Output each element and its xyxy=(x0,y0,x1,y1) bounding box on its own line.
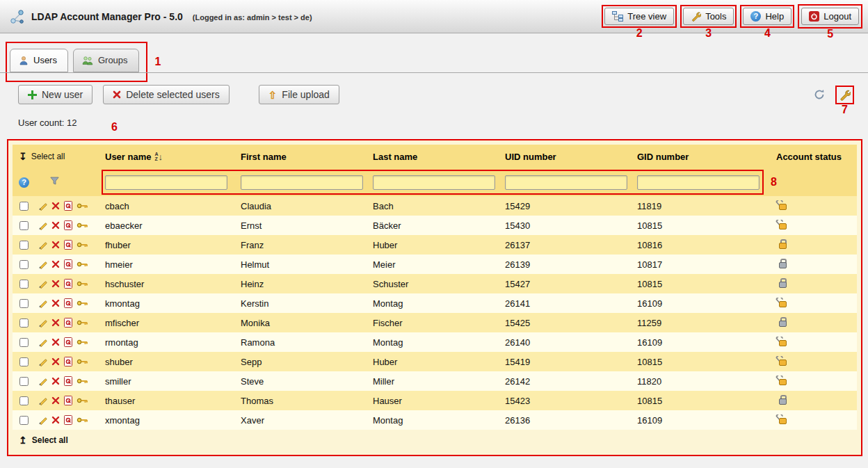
select-all-top[interactable]: ↧ Select all xyxy=(13,151,103,162)
edit-icon[interactable] xyxy=(38,416,47,425)
edit-icon[interactable] xyxy=(38,357,47,366)
edit-icon[interactable] xyxy=(38,318,47,328)
row-checkbox[interactable] xyxy=(19,280,29,289)
account-status-icon xyxy=(778,200,787,210)
key-icon[interactable] xyxy=(77,358,88,365)
key-icon[interactable] xyxy=(77,280,88,287)
pdf-icon[interactable] xyxy=(64,201,72,211)
delete-icon[interactable] xyxy=(51,318,60,327)
sort-arrow-icon: ↓ xyxy=(159,152,163,161)
key-icon[interactable] xyxy=(77,261,88,268)
logout-button[interactable]: Logout xyxy=(801,8,859,25)
delete-icon[interactable] xyxy=(51,280,60,288)
cell-lastname: Meier xyxy=(371,259,503,270)
filter-funnel-icon[interactable] xyxy=(50,177,59,186)
cell-username: rmontag xyxy=(103,337,239,348)
file-upload-label: File upload xyxy=(282,89,330,100)
delete-selected-users-button[interactable]: Delete selected users xyxy=(103,85,230,104)
row-checkbox[interactable] xyxy=(19,221,29,230)
filter-help-icon[interactable]: ? xyxy=(19,177,29,188)
settings-wrench-icon[interactable] xyxy=(839,89,851,101)
annotation-box-2: Tree view 2 xyxy=(602,5,677,28)
pdf-icon[interactable] xyxy=(64,259,72,269)
delete-icon[interactable] xyxy=(51,202,60,210)
filter-uid-input[interactable] xyxy=(505,175,627,190)
key-icon[interactable] xyxy=(77,339,88,346)
delete-icon[interactable] xyxy=(51,357,60,366)
account-status-icon xyxy=(778,298,787,307)
row-checkbox[interactable] xyxy=(19,241,29,250)
edit-icon[interactable] xyxy=(38,241,47,250)
cell-gid: 10815 xyxy=(635,357,774,367)
pdf-icon[interactable] xyxy=(64,240,72,250)
delete-icon[interactable] xyxy=(51,338,60,346)
tree-view-button[interactable]: Tree view xyxy=(604,8,674,25)
delete-icon[interactable] xyxy=(51,260,60,268)
sort-icon[interactable]: A Z ↓ xyxy=(154,152,163,161)
edit-icon[interactable] xyxy=(38,280,47,289)
pdf-icon[interactable] xyxy=(64,279,72,289)
key-icon[interactable] xyxy=(77,378,88,385)
edit-icon[interactable] xyxy=(38,260,47,269)
upload-arrow-icon: ⇧ xyxy=(268,90,278,100)
row-checkbox[interactable] xyxy=(19,318,29,328)
delete-icon[interactable] xyxy=(51,416,60,424)
delete-icon[interactable] xyxy=(51,396,60,405)
help-button[interactable]: ? Help xyxy=(743,8,791,25)
tools-button[interactable]: Tools xyxy=(683,8,734,25)
logout-label: Logout xyxy=(823,11,851,22)
pdf-icon[interactable] xyxy=(64,220,72,230)
table-row: kmontag Kerstin Montag 26141 16109 xyxy=(13,293,857,313)
key-icon[interactable] xyxy=(77,300,88,307)
key-icon[interactable] xyxy=(77,319,88,326)
pdf-icon[interactable] xyxy=(64,396,72,405)
pdf-icon[interactable] xyxy=(64,415,72,425)
user-count: User count: 12 xyxy=(0,104,868,128)
key-icon[interactable] xyxy=(77,417,88,423)
tab-users[interactable]: Users xyxy=(10,49,68,72)
edit-icon[interactable] xyxy=(38,202,47,211)
edit-icon[interactable] xyxy=(38,338,47,347)
pdf-icon[interactable] xyxy=(64,376,72,386)
pdf-icon[interactable] xyxy=(64,357,72,366)
edit-icon[interactable] xyxy=(38,377,47,386)
row-checkbox[interactable] xyxy=(19,338,29,347)
delete-icon[interactable] xyxy=(51,299,60,307)
filter-row: ? 8 xyxy=(13,168,857,196)
edit-icon[interactable] xyxy=(38,396,47,405)
delete-icon[interactable] xyxy=(51,377,60,385)
delete-icon[interactable] xyxy=(51,221,60,229)
table-row: thauser Thomas Hauser 15423 10815 xyxy=(13,391,857,410)
row-checkbox[interactable] xyxy=(19,416,29,425)
filter-lastname-input[interactable] xyxy=(373,175,495,190)
edit-icon[interactable] xyxy=(38,221,47,230)
select-all-bottom[interactable]: ↥ Select all xyxy=(13,430,857,451)
key-icon[interactable] xyxy=(77,202,88,209)
row-checkbox[interactable] xyxy=(19,202,29,211)
pdf-icon[interactable] xyxy=(64,298,72,308)
pdf-icon[interactable] xyxy=(64,318,72,328)
tab-groups[interactable]: Groups xyxy=(73,49,139,72)
row-checkbox[interactable] xyxy=(19,357,29,366)
cell-lastname: Montag xyxy=(371,298,503,309)
row-checkbox[interactable] xyxy=(19,377,29,386)
plus-icon xyxy=(28,90,37,99)
new-user-button[interactable]: New user xyxy=(18,85,93,104)
key-icon[interactable] xyxy=(77,241,88,248)
account-status-icon xyxy=(778,259,787,268)
refresh-icon[interactable] xyxy=(814,89,825,100)
filter-firstname-input[interactable] xyxy=(241,175,363,190)
row-checkbox[interactable] xyxy=(19,299,29,308)
key-icon[interactable] xyxy=(77,397,88,404)
cell-firstname: Thomas xyxy=(239,396,371,406)
filter-gid-input[interactable] xyxy=(637,175,760,190)
pdf-icon[interactable] xyxy=(64,337,72,347)
row-checkbox[interactable] xyxy=(19,396,29,405)
key-icon[interactable] xyxy=(77,222,88,229)
filter-username-input[interactable] xyxy=(105,175,227,190)
column-header-uid: UID number xyxy=(503,152,635,162)
row-checkbox[interactable] xyxy=(19,260,29,269)
file-upload-button[interactable]: ⇧ File upload xyxy=(259,85,339,104)
edit-icon[interactable] xyxy=(38,299,47,308)
delete-icon[interactable] xyxy=(51,241,60,249)
